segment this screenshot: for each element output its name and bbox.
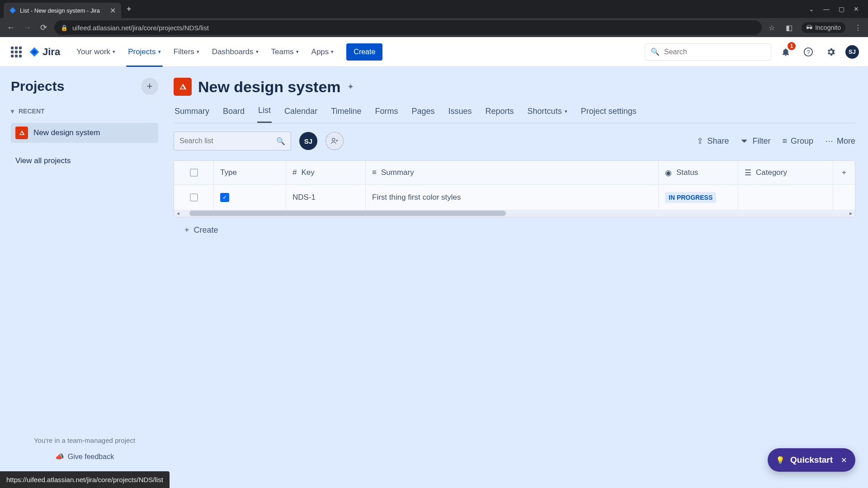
nav-teams[interactable]: Teams▾ xyxy=(266,37,304,67)
table-header: Type #Key ≡Summary ◉Status ☰Category + xyxy=(174,161,855,184)
tab-forms[interactable]: Forms xyxy=(374,106,399,123)
close-tab-icon[interactable]: ✕ xyxy=(110,6,116,15)
filter-icon: ⏷ xyxy=(741,136,749,146)
team-managed-text: You're in a team-managed project xyxy=(11,436,158,444)
status-badge[interactable]: IN PROGRESS xyxy=(665,192,716,203)
tab-pages[interactable]: Pages xyxy=(410,106,435,123)
bookmark-icon[interactable]: ☆ xyxy=(767,23,776,32)
more-button[interactable]: ⋯More xyxy=(825,136,855,146)
row-checkbox[interactable] xyxy=(190,193,198,202)
tab-issues[interactable]: Issues xyxy=(448,106,473,123)
give-feedback-link[interactable]: 📣 Give feedback xyxy=(11,452,158,461)
nav-dashboards[interactable]: Dashboards▾ xyxy=(207,37,264,67)
global-search[interactable]: 🔍 xyxy=(645,43,771,61)
close-window-icon[interactable]: ✕ xyxy=(854,5,859,13)
content-area: New design system ✦ Summary Board List C… xyxy=(163,67,868,488)
jira-app: Jira Your work▾ Projects▾ Filters▾ Dashb… xyxy=(0,37,868,488)
quickstart-close-button[interactable]: ✕ xyxy=(838,455,849,465)
search-icon: 🔍 xyxy=(276,137,285,145)
column-type[interactable]: Type xyxy=(220,168,237,177)
create-button[interactable]: Create xyxy=(346,43,382,61)
automation-icon[interactable]: ✦ xyxy=(347,82,354,92)
app-switcher-button[interactable] xyxy=(9,45,24,59)
tab-project-settings[interactable]: Project settings xyxy=(580,106,637,123)
notifications-button[interactable]: 1 xyxy=(778,44,794,60)
jira-logo[interactable]: Jira xyxy=(29,46,60,58)
column-summary[interactable]: Summary xyxy=(381,168,414,177)
new-tab-button[interactable]: + xyxy=(127,5,132,14)
reload-button[interactable]: ⟳ xyxy=(38,23,49,33)
extensions-icon[interactable]: ◧ xyxy=(784,23,793,32)
share-button[interactable]: ⇪Share xyxy=(697,136,729,146)
filter-button[interactable]: ⏷Filter xyxy=(741,136,770,146)
issue-key[interactable]: NDS-1 xyxy=(292,193,316,202)
app-switcher-icon xyxy=(11,47,22,57)
url-box[interactable]: 🔒 uifeed.atlassian.net/jira/core/project… xyxy=(54,20,762,35)
nav-filters[interactable]: Filters▾ xyxy=(168,37,205,67)
settings-button[interactable] xyxy=(823,44,839,60)
quickstart-label: Quickstart xyxy=(790,455,833,465)
sidebar-project-item[interactable]: New design system xyxy=(11,123,158,143)
sidebar-title: Projects xyxy=(11,79,64,94)
quickstart-button[interactable]: 💡 Quickstart ✕ xyxy=(768,448,855,472)
minimize-icon[interactable]: — xyxy=(823,5,830,13)
tab-calendar[interactable]: Calendar xyxy=(283,106,318,123)
tab-shortcuts[interactable]: Shortcuts▾ xyxy=(527,106,568,123)
tab-board[interactable]: Board xyxy=(222,106,245,123)
select-all-checkbox[interactable] xyxy=(190,169,198,177)
tab-timeline[interactable]: Timeline xyxy=(330,106,362,123)
create-issue-row[interactable]: + Create xyxy=(174,217,855,243)
list-search[interactable]: 🔍 xyxy=(174,131,291,150)
help-button[interactable]: ? xyxy=(800,44,816,60)
nav-projects[interactable]: Projects▾ xyxy=(123,37,166,67)
chevron-down-icon: ▾ xyxy=(256,49,259,55)
search-icon: 🔍 xyxy=(651,47,660,56)
scroll-thumb[interactable] xyxy=(189,211,506,216)
lines-icon: ≡ xyxy=(372,168,377,177)
incognito-indicator[interactable]: 🕶 Incognito xyxy=(802,22,845,33)
add-people-button[interactable] xyxy=(326,132,344,150)
tab-summary[interactable]: Summary xyxy=(174,106,210,123)
chrome-menu-icon[interactable]: ⋮ xyxy=(854,23,863,32)
column-key[interactable]: Key xyxy=(301,168,314,177)
add-column-button[interactable]: + xyxy=(833,161,855,184)
status-bar-url: https://uifeed.atlassian.net/jira/core/p… xyxy=(0,471,170,488)
back-button[interactable]: ← xyxy=(5,23,16,33)
add-person-icon xyxy=(330,137,339,145)
chevron-down-icon: ▾ xyxy=(197,49,199,55)
column-category[interactable]: Category xyxy=(756,168,787,177)
scroll-left-icon[interactable]: ◂ xyxy=(174,210,182,216)
nav-apps[interactable]: Apps▾ xyxy=(306,37,340,67)
assignee-filter-avatar[interactable]: SJ xyxy=(299,132,317,150)
column-status[interactable]: Status xyxy=(676,168,698,177)
chevron-down-icon: ▾ xyxy=(113,49,115,55)
table-row[interactable]: ✓ NDS-1 First thing first color styles I… xyxy=(174,184,855,210)
hash-icon: # xyxy=(292,168,297,177)
maximize-icon[interactable]: ▢ xyxy=(839,5,844,13)
window-controls: ⌄ — ▢ ✕ xyxy=(809,5,864,13)
global-search-input[interactable] xyxy=(664,48,765,56)
create-project-button[interactable]: + xyxy=(141,78,158,95)
scroll-right-icon[interactable]: ▸ xyxy=(847,210,855,216)
issue-type-icon: ✓ xyxy=(220,193,229,202)
project-tabs: Summary Board List Calendar Timeline For… xyxy=(174,106,855,123)
view-all-projects-link[interactable]: View all projects xyxy=(11,153,158,169)
horizontal-scrollbar[interactable]: ◂ ▸ xyxy=(174,210,855,217)
incognito-label: Incognito xyxy=(815,24,841,31)
browser-chrome: List - New design system - Jira ✕ + ⌄ — … xyxy=(0,0,868,37)
tab-list[interactable]: List xyxy=(257,106,272,123)
browser-tab[interactable]: List - New design system - Jira ✕ xyxy=(4,3,121,18)
list-search-input[interactable] xyxy=(179,137,276,145)
nav-your-work[interactable]: Your work▾ xyxy=(71,37,121,67)
product-name: Jira xyxy=(42,46,60,58)
recent-section-header[interactable]: ▾ RECENT xyxy=(11,108,158,115)
chevron-down-icon: ▾ xyxy=(331,49,334,55)
svg-text:?: ? xyxy=(807,48,810,55)
group-button[interactable]: ≡Group xyxy=(782,136,813,146)
profile-avatar[interactable]: SJ xyxy=(845,45,859,59)
tabs-dropdown-icon[interactable]: ⌄ xyxy=(809,5,814,13)
tab-reports[interactable]: Reports xyxy=(485,106,515,123)
issue-summary[interactable]: First thing first color styles xyxy=(372,193,461,202)
tab-title: List - New design system - Jira xyxy=(20,7,106,14)
svg-point-2 xyxy=(332,138,335,141)
